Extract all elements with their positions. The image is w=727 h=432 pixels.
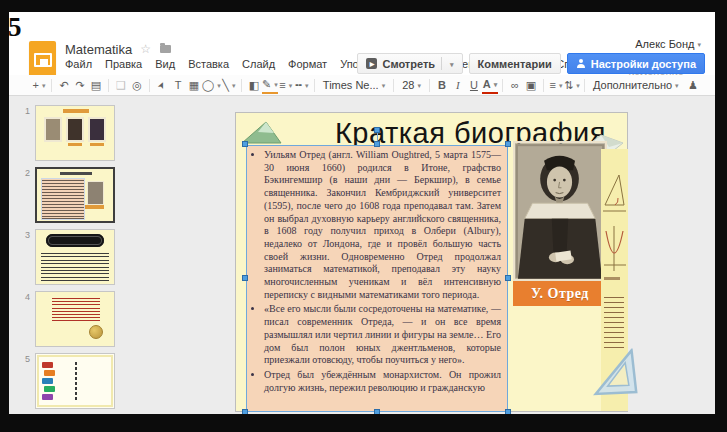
account-menu[interactable]: Алекс Бонд: [635, 38, 701, 50]
current-slide[interactable]: Краткая биография Уильям Отред (англ. Wi…: [235, 112, 628, 412]
more-options-button[interactable]: Дополнительно: [589, 79, 683, 91]
thumb2-portrait-label: [85, 205, 104, 209]
resize-handle-mid-right[interactable]: [505, 275, 511, 281]
toolbar-divider: [51, 79, 52, 92]
font-size-select[interactable]: 28: [398, 79, 425, 91]
underline-button[interactable]: U: [466, 76, 482, 95]
star-icon[interactable]: ☆: [140, 42, 151, 56]
comments-label: Комментарии: [478, 58, 552, 70]
menu-item[interactable]: Слайд: [242, 58, 275, 70]
frame-number-label: 5: [8, 12, 22, 43]
thumb3-text-lines: [41, 253, 109, 281]
text-color-button[interactable]: A: [482, 77, 498, 94]
oughtred-portrait[interactable]: У. Отред: [513, 141, 607, 306]
thumb1-title-bar: [63, 109, 89, 113]
insert-image-button[interactable]: ▦: [186, 76, 202, 95]
slide-thumbnail-1[interactable]: [35, 105, 115, 161]
font-family-select[interactable]: Times Ne...: [319, 79, 389, 91]
line-weight-button[interactable]: ≡: [278, 76, 294, 95]
menu-item[interactable]: Файл: [65, 58, 92, 70]
zoom-fit-button[interactable]: ❑: [113, 76, 129, 95]
person-icon: [576, 59, 586, 68]
menu-item[interactable]: Правка: [105, 58, 142, 70]
menu-item[interactable]: Формат: [288, 58, 327, 70]
present-dropdown[interactable]: [447, 58, 454, 70]
thumb5-book: [44, 386, 55, 392]
menu-item[interactable]: Вставка: [188, 58, 229, 70]
redo-button[interactable]: ↷: [72, 76, 88, 95]
toolbar-divider: [543, 79, 544, 92]
toolbar-divider: [241, 79, 242, 92]
thumb1-label: [68, 143, 82, 146]
slide-number: 3: [9, 229, 35, 285]
slide-number: 1: [9, 105, 35, 161]
slide-thumbnail-4[interactable]: [35, 291, 115, 347]
present-label: Смотреть: [382, 58, 435, 70]
shape-button[interactable]: ◯: [202, 76, 221, 95]
title-row: Matematika ☆: [65, 41, 171, 57]
google-slides-window: Matematika ☆ ФайлПравкаВидВставкаСлайдФо…: [9, 12, 715, 414]
resize-handle-top-left[interactable]: [242, 141, 248, 147]
biography-bullet-list: Уильям Отред (англ. William Oughtred, 5 …: [251, 149, 501, 394]
slide-number: 4: [9, 291, 35, 347]
document-title[interactable]: Matematika: [65, 42, 132, 57]
bold-button[interactable]: B: [434, 76, 450, 95]
portrait-engraving: [513, 141, 607, 281]
present-button[interactable]: ▶ Смотреть: [357, 53, 462, 74]
thumb3-banner: [46, 234, 104, 247]
text-box-button[interactable]: T: [170, 76, 186, 95]
folder-icon[interactable]: [160, 45, 171, 53]
biography-text-box[interactable]: Уильям Отред (англ. William Oughtred, 5 …: [246, 145, 508, 412]
resize-handle-bottom-center[interactable]: [374, 409, 380, 414]
toolbar-divider: [502, 79, 503, 92]
thumb5-book: [42, 378, 53, 384]
comments-button[interactable]: Комментарии: [469, 53, 561, 74]
set-square-ruler: [589, 345, 644, 404]
thumb4-text-lines: [52, 298, 100, 324]
slide-thumbnail-2-selected[interactable]: [35, 167, 115, 223]
line-color-button[interactable]: ✎: [262, 77, 278, 94]
slide-canvas[interactable]: Краткая биография Уильям Отред (англ. Wi…: [139, 96, 715, 414]
resize-handle-mid-left[interactable]: [242, 275, 248, 281]
rotate-handle[interactable]: [374, 127, 380, 133]
thumb4-medal: [89, 325, 103, 339]
bullet-item: «Все его мысли были сосредоточены на мат…: [264, 303, 501, 367]
line-dash-button[interactable]: ╍: [294, 76, 310, 95]
slide-number: 2: [9, 167, 35, 223]
line-spacing-button[interactable]: ⇅: [564, 76, 580, 95]
thumb1-portrait: [88, 117, 106, 142]
zoom-button[interactable]: ◎: [129, 76, 145, 95]
triangle-sketch: [601, 169, 628, 215]
bullet-item: Уильям Отред (англ. William Oughtred, 5 …: [264, 149, 501, 301]
profile-icon[interactable]: ♟: [685, 76, 701, 95]
screenshot-frame: 5 Matematika ☆ ФайлПравкаВидВставкаСлайд…: [0, 0, 727, 432]
multiplication-table: [604, 297, 624, 351]
action-buttons: ▶ Смотреть Комментарии Настройки доступа: [357, 53, 705, 74]
resize-handle-top-right[interactable]: [505, 141, 511, 147]
toolbar-divider: [314, 79, 315, 92]
slide-thumbnail-5[interactable]: [35, 353, 115, 409]
slide-thumbnail-3[interactable]: [35, 229, 115, 285]
line-tool-button[interactable]: ╲: [221, 76, 237, 95]
italic-button[interactable]: I: [450, 76, 466, 95]
thumb2-portrait: [87, 181, 104, 205]
fill-color-button[interactable]: ◧: [246, 76, 262, 95]
insert-comment-button[interactable]: ▣: [523, 76, 539, 95]
resize-handle-bottom-right[interactable]: [505, 409, 511, 414]
paint-format-button[interactable]: ▤: [88, 76, 104, 95]
resize-handle-bottom-left[interactable]: [242, 409, 248, 414]
slides-logo[interactable]: [29, 41, 56, 78]
formula-mark: [604, 277, 620, 280]
thumb1-portrait: [66, 117, 84, 142]
thumb2-title: [60, 172, 92, 175]
toolbar: + ↶ ↷ ▤ ❑ ◎ ➤ T ▦ ◯ ╲ ◧ ✎ ≡ ╍ Times Ne..…: [9, 75, 715, 96]
share-button[interactable]: Настройки доступа: [567, 53, 705, 74]
undo-button[interactable]: ↶: [56, 76, 72, 95]
resize-handle-top-center[interactable]: [374, 141, 380, 147]
insert-link-button[interactable]: ∞: [507, 76, 523, 95]
new-slide-button[interactable]: +: [31, 76, 47, 95]
align-button[interactable]: ≡: [548, 76, 564, 95]
menu-item[interactable]: Вид: [155, 58, 175, 70]
parabola-sketch: [601, 223, 628, 275]
thumb1-portrait: [44, 117, 62, 142]
